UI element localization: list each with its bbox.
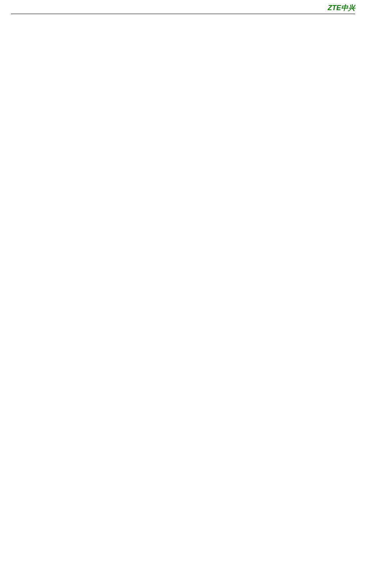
document-page: ZTE中兴 ZTE中兴 ZXA10 | F660 Status Network … xyxy=(0,0,366,16)
top-rule xyxy=(11,14,355,14)
doc-brand-logo: ZTE中兴 xyxy=(328,3,355,13)
